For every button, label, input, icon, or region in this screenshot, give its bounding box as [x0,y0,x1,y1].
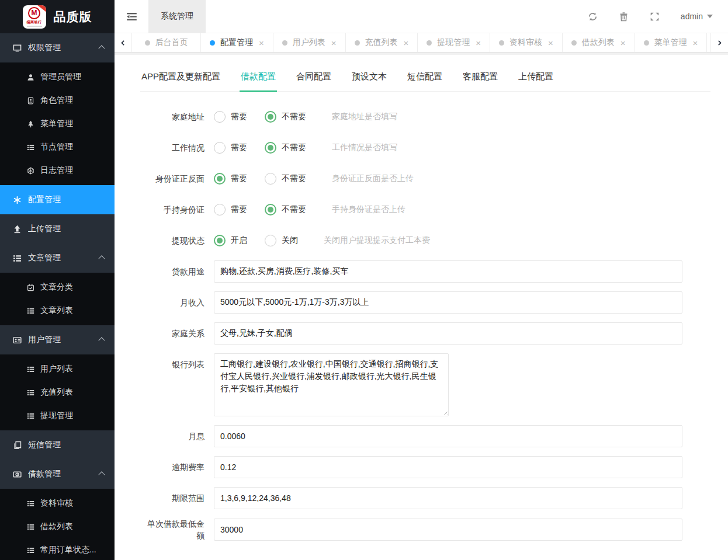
user-dropdown[interactable]: admin [681,12,713,21]
tab-用户列表[interactable]: 用户列表× [273,33,346,52]
radio-option-关闭[interactable]: 关闭 [265,235,298,246]
sidebar-item-上传管理[interactable]: 上传管理 [0,214,115,244]
tab-close-icon[interactable]: × [548,39,553,47]
sidebar-subitem-文章列表[interactable]: 文章列表 [0,299,115,322]
radio-option-不需要[interactable]: 不需要 [265,111,306,123]
sidebar-item-借款管理[interactable]: 借款管理 [0,460,115,489]
text-input-期限范围[interactable] [214,487,682,509]
sidebar-item-短信管理[interactable]: 短信管理 [0,430,115,460]
tab-status-dot [282,40,287,46]
tab-close-icon[interactable]: × [693,39,698,47]
sidebar-subitem-提现管理[interactable]: 提现管理 [0,404,115,427]
sidebar-item-配置管理[interactable]: 配置管理 [0,185,115,214]
chevron-left-icon [120,40,126,46]
field-controls: 开启关闭关闭用户提现提示支付工本费 [214,229,430,252]
radio-option-不需要[interactable]: 不需要 [265,204,306,215]
tab-status-dot [145,40,150,46]
text-input-月息[interactable] [214,425,682,447]
sidebar-subitem-用户列表[interactable]: 用户列表 [0,357,115,381]
sidebar-subitem-label: 用户列表 [40,364,73,374]
tabs-scroll-left-button[interactable] [115,33,132,52]
trash-icon[interactable] [619,12,629,22]
sidebar-subitem-文章分类[interactable]: 文章分类 [0,276,115,299]
field-controls [214,353,449,416]
radio-circle-icon [214,142,226,154]
radio-option-需要[interactable]: 需要 [214,173,247,185]
tab-配置管理[interactable]: 配置管理× [201,33,273,52]
sidebar-submenu: 用户列表充值列表提现管理 [0,354,115,430]
radio-option-需要[interactable]: 需要 [214,204,247,215]
radio-option-开启[interactable]: 开启 [214,235,247,246]
config-tab-合同配置[interactable]: 合同配置 [295,70,332,91]
config-tab-短信配置[interactable]: 短信配置 [406,70,443,91]
config-tab-APP配置及更新配置[interactable]: APP配置及更新配置 [140,70,221,91]
tabs-scroll-right-button[interactable] [710,33,728,52]
sidebar-subitem-label: 日志管理 [40,165,73,176]
sidebar-subitem-充值列表[interactable]: 充值列表 [0,381,115,404]
field-controls [214,260,682,283]
tab-close-icon[interactable]: × [404,39,409,47]
radio-option-需要[interactable]: 需要 [214,111,247,123]
form-row-月收入: 月收入 [140,291,710,314]
sidebar-subitem-节点管理[interactable]: 节点管理 [0,135,115,159]
menu-fold-button[interactable] [115,0,148,33]
radio-circle-icon [265,142,276,154]
radio-option-不需要[interactable]: 不需要 [265,173,306,185]
sidebar-subitem-借款列表[interactable]: 借款列表 [0,515,115,538]
tab-close-icon[interactable]: × [331,39,337,47]
radio-option-不需要[interactable]: 不需要 [265,142,306,154]
config-tab-预设文本[interactable]: 预设文本 [351,70,388,91]
field-label: 提现状态 [140,229,204,252]
sidebar-subitem-角色管理[interactable]: 角色管理 [0,89,115,112]
text-input-逾期费率[interactable] [214,456,682,478]
tab-close-icon[interactable]: × [620,39,626,47]
refresh-icon[interactable] [588,12,598,22]
config-tab-上传配置[interactable]: 上传配置 [517,70,554,91]
tab-借款列表[interactable]: 借款列表× [563,33,635,52]
field-label: 逾期费率 [140,456,204,478]
tab-label: 提现管理 [437,37,470,48]
text-input-家庭关系[interactable] [214,322,682,345]
tab-提现管理[interactable]: 提现管理× [418,33,490,52]
chevron-up-icon [98,45,105,51]
config-tab-借款配置[interactable]: 借款配置 [240,70,277,91]
tab-close-icon[interactable]: × [259,39,264,47]
radio-option-label: 不需要 [282,112,306,122]
config-tabs: APP配置及更新配置借款配置合同配置预设文本短信配置客服配置上传配置 [140,70,710,92]
tab-status-dot [499,40,504,46]
tab-label: 菜单管理 [654,37,687,48]
chevron-up-icon [98,337,105,343]
fullscreen-icon[interactable] [650,12,660,22]
tab-label: 充值列表 [365,37,398,48]
text-input-月收入[interactable] [214,291,682,314]
field-hint: 手持身份证是否上传 [332,204,405,215]
topnav-tab-system[interactable]: 系统管理 [148,0,206,33]
tab-close-icon[interactable]: × [476,39,481,47]
sidebar-item-label: 上传管理 [28,224,61,234]
sidebar-item-label: 用户管理 [28,335,61,345]
sidebar-subitem-常用订单状态...[interactable]: 常用订单状态... [0,538,115,560]
sidebar-subitem-菜单管理[interactable]: 菜单管理 [0,112,115,135]
config-tab-客服配置[interactable]: 客服配置 [462,70,499,91]
form-row-银行列表: 银行列表 [140,353,710,416]
field-label: 工作情况 [140,137,204,159]
tab-status-dot [210,40,215,46]
sidebar-subitem-日志管理[interactable]: 日志管理 [0,159,115,182]
sidebar-item-用户管理[interactable]: 用户管理 [0,325,115,354]
sidebar-item-文章管理[interactable]: 文章管理 [0,244,115,273]
sidebar-subitem-管理员管理[interactable]: 管理员管理 [0,65,115,89]
sidebar-item-权限管理[interactable]: 权限管理 [0,33,115,62]
radio-option-需要[interactable]: 需要 [214,142,247,154]
radio-circle-icon [214,235,226,246]
tab-后台首页[interactable]: 后台首页 [132,33,201,52]
field-controls [214,291,682,314]
tab-充值列表[interactable]: 充值列表× [346,33,418,52]
textarea-银行列表[interactable] [214,353,449,416]
tab-菜单管理[interactable]: 菜单管理× [635,33,708,52]
field-label: 家庭关系 [140,322,204,345]
field-controls [214,456,682,478]
tab-资料审核[interactable]: 资料审核× [490,33,563,52]
text-input-单次借款最低金额[interactable] [214,519,682,541]
text-input-贷款用途[interactable] [214,260,682,283]
sidebar-subitem-资料审核[interactable]: 资料审核 [0,492,115,515]
